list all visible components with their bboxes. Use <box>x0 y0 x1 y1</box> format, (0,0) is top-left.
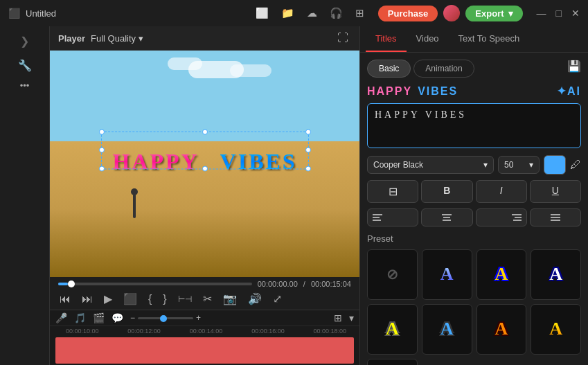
ruler-mark-2: 00:00:12:00 <box>112 328 173 335</box>
grid-icon[interactable]: ⊞ <box>334 312 342 323</box>
spacing-button[interactable]: ⊟ <box>367 180 418 203</box>
align-left-button[interactable] <box>367 208 418 226</box>
preset-a5[interactable]: A <box>422 304 472 355</box>
timeline-toolbar: 🎤 🎵 🎬 💬 − + ⊞ ▾ <box>50 310 359 326</box>
preset-a7[interactable]: A <box>531 304 581 355</box>
minimize-button[interactable]: — <box>537 8 546 19</box>
timeline: 🎤 🎵 🎬 💬 − + ⊞ ▾ 00:00:10:00 00:00:12:00 … <box>50 310 359 365</box>
happy-text: HAPPY <box>112 148 199 174</box>
time-current: 00:00:00.00 <box>258 280 298 288</box>
headphone-icon[interactable]: 🎧 <box>330 7 343 19</box>
ai-icon[interactable]: ✦AI <box>557 84 581 98</box>
skip-back-button[interactable]: ⏮ <box>58 292 72 307</box>
fullscreen-icon[interactable]: ⛶ <box>335 30 351 46</box>
progress-fill <box>58 283 68 285</box>
mic-icon[interactable]: 🎤 <box>55 312 67 323</box>
progress-thumb[interactable] <box>68 281 75 287</box>
bold-button[interactable]: B <box>421 180 472 203</box>
purchase-button[interactable]: Purchase <box>378 6 438 21</box>
time-total: 00:00:15:04 <box>311 280 351 288</box>
quality-label: Full Quality <box>91 33 136 44</box>
text-input[interactable]: HAPPY VIBES <box>367 103 581 148</box>
ruler-mark-4: 00:00:16:00 <box>235 328 297 335</box>
ruler-mark-3: 00:00:14:00 <box>174 328 235 335</box>
tab-titles[interactable]: Titles <box>366 26 407 52</box>
align-right-button[interactable] <box>476 208 527 226</box>
video-add-icon[interactable]: 🎬 <box>93 312 105 323</box>
sub-tab-basic[interactable]: Basic <box>367 60 411 78</box>
trim-button[interactable]: ✂ <box>202 291 213 307</box>
happy-preview: HAPPY <box>367 85 412 98</box>
play-button[interactable]: ▶ <box>103 291 114 307</box>
sidebar-collapse-button[interactable]: ❯ <box>17 32 32 51</box>
right-panel: Titles Video Text To Speech Basic Animat… <box>359 26 588 365</box>
sub-tab-animation[interactable]: Animation <box>413 60 474 78</box>
ruler-mark-5: 00:00:18:00 <box>298 328 359 335</box>
apps-icon[interactable]: ⊞ <box>355 7 364 19</box>
font-chevron: ▾ <box>483 160 488 170</box>
preset-a8[interactable]: A <box>367 359 418 366</box>
video-background: HAPPY VIBES <box>50 51 359 277</box>
sub-tabs: Basic Animation 💾 <box>367 60 581 78</box>
progress-bar: 00:00:00.00 / 00:00:15:04 <box>58 280 351 288</box>
avatar[interactable] <box>443 5 460 21</box>
zoom-out-icon[interactable]: − <box>130 313 135 323</box>
zoom-in-icon[interactable]: + <box>196 313 201 323</box>
size-chevron: ▾ <box>529 160 533 170</box>
caption-icon[interactable]: 💬 <box>112 312 123 323</box>
preset-label: Preset <box>367 233 581 244</box>
italic-button[interactable]: I <box>476 180 527 203</box>
align-buttons <box>367 208 581 226</box>
preset-a1[interactable]: A <box>422 249 472 300</box>
font-select[interactable]: Cooper Black ▾ <box>367 156 494 174</box>
window-controls: — □ ✕ <box>537 8 580 19</box>
cloud-icon[interactable]: ☁ <box>307 7 317 19</box>
preset-a2[interactable]: A <box>476 249 527 300</box>
preset-a6[interactable]: A <box>476 304 527 355</box>
bracket-open-button[interactable]: { <box>147 292 153 307</box>
quality-select[interactable]: Full Quality ▾ <box>91 33 143 44</box>
split-button[interactable]: ⊢⊣ <box>177 293 193 305</box>
preset-a4[interactable]: A <box>367 304 418 355</box>
export-label: Export <box>475 8 504 19</box>
text-overlay: HAPPY VIBES <box>112 148 296 174</box>
close-button[interactable]: ✕ <box>571 8 580 19</box>
window-icon: ⬛ <box>8 8 20 19</box>
snapshot-button[interactable]: 📷 <box>222 291 238 307</box>
playback-controls: ⏮ ⏭︎ ▶ ⬛ { } ⊢⊣ ✂ 📷 🔊 ⤢ <box>58 291 351 307</box>
underline-button[interactable]: U <box>530 180 581 203</box>
eyedropper-icon[interactable]: 🖊 <box>570 159 581 171</box>
tab-video[interactable]: Video <box>407 26 449 52</box>
tab-text-to-speech[interactable]: Text To Speech <box>449 26 530 52</box>
save-preset-icon[interactable]: 💾 <box>567 60 581 78</box>
preset-none[interactable]: ⊘ <box>367 249 418 300</box>
left-sidebar: ❯ 🔧 ••• <box>0 26 50 365</box>
size-select[interactable]: 50 ▾ <box>498 156 540 174</box>
timeline-video-track[interactable] <box>55 337 354 364</box>
vibes-preview: VIBES <box>418 85 458 98</box>
monitor-icon[interactable]: ⬜ <box>256 7 269 19</box>
progress-track[interactable] <box>58 283 252 285</box>
zoom-track[interactable] <box>138 317 193 319</box>
ruler-mark-1: 00:00:10:00 <box>50 328 112 335</box>
music-icon[interactable]: 🎵 <box>74 312 86 323</box>
maximize-button[interactable]: □ <box>556 8 562 19</box>
preset-a3[interactable]: A <box>531 249 581 300</box>
color-swatch[interactable] <box>544 155 566 175</box>
fit-button[interactable]: ⤢ <box>271 291 283 307</box>
audio-button[interactable]: 🔊 <box>247 291 263 307</box>
folder-icon[interactable]: 📁 <box>281 7 294 19</box>
stop-button[interactable]: ⬛ <box>122 291 139 307</box>
step-back-button[interactable]: ⏭︎ <box>80 292 94 307</box>
sidebar-item-tool[interactable]: 🔧 <box>4 55 46 76</box>
bracket-close-button[interactable]: } <box>161 292 168 307</box>
main-layout: ❯ 🔧 ••• Player Full Quality ▾ ⛶ <box>0 26 588 365</box>
vibes-text: VIBES <box>220 148 297 174</box>
zoom-thumb[interactable] <box>160 315 167 322</box>
tool-icon: 🔧 <box>18 59 32 72</box>
align-center-button[interactable] <box>421 208 472 226</box>
sidebar-more-button[interactable]: ••• <box>20 80 30 91</box>
more-icon[interactable]: ▾ <box>349 312 354 323</box>
export-button[interactable]: Export ▾ <box>465 6 522 21</box>
align-justify-button[interactable] <box>530 208 581 226</box>
